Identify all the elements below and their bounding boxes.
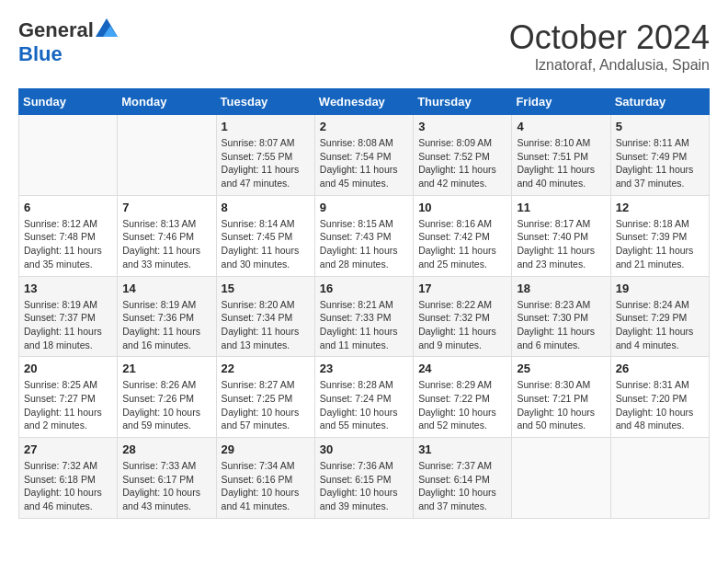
calendar-cell: 13Sunrise: 8:19 AM Sunset: 7:37 PM Dayli…: [19, 276, 118, 357]
day-info: Sunrise: 7:34 AM Sunset: 6:16 PM Dayligh…: [222, 459, 310, 513]
calendar-table: SundayMondayTuesdayWednesdayThursdayFrid…: [18, 88, 710, 519]
week-row-3: 13Sunrise: 8:19 AM Sunset: 7:37 PM Dayli…: [19, 276, 710, 357]
day-number: 8: [222, 201, 310, 214]
day-number: 22: [222, 362, 310, 375]
week-row-5: 27Sunrise: 7:32 AM Sunset: 6:18 PM Dayli…: [19, 438, 710, 519]
calendar-cell: [512, 438, 610, 519]
calendar-cell: 15Sunrise: 8:20 AM Sunset: 7:34 PM Dayli…: [216, 276, 314, 357]
day-number: 15: [222, 282, 310, 295]
day-info: Sunrise: 8:19 AM Sunset: 7:37 PM Dayligh…: [24, 298, 112, 352]
calendar-cell: 20Sunrise: 8:25 AM Sunset: 7:27 PM Dayli…: [19, 357, 118, 438]
day-number: 25: [517, 362, 605, 375]
day-info: Sunrise: 7:32 AM Sunset: 6:18 PM Dayligh…: [24, 459, 112, 513]
day-info: Sunrise: 8:18 AM Sunset: 7:39 PM Dayligh…: [616, 217, 704, 271]
day-number: 27: [24, 442, 112, 456]
day-info: Sunrise: 7:33 AM Sunset: 6:17 PM Dayligh…: [122, 459, 210, 513]
day-info: Sunrise: 8:14 AM Sunset: 7:45 PM Dayligh…: [222, 217, 310, 271]
day-info: Sunrise: 8:12 AM Sunset: 7:48 PM Dayligh…: [24, 217, 112, 271]
day-number: 28: [122, 442, 210, 456]
day-info: Sunrise: 8:31 AM Sunset: 7:20 PM Dayligh…: [616, 378, 704, 432]
calendar-cell: 3Sunrise: 8:09 AM Sunset: 7:52 PM Daylig…: [414, 115, 512, 196]
day-number: 31: [418, 442, 506, 456]
column-header-thursday: Thursday: [414, 89, 512, 115]
calendar-cell: 22Sunrise: 8:27 AM Sunset: 7:25 PM Dayli…: [216, 357, 314, 438]
day-info: Sunrise: 8:16 AM Sunset: 7:42 PM Dayligh…: [418, 217, 506, 271]
day-info: Sunrise: 8:28 AM Sunset: 7:24 PM Dayligh…: [320, 378, 408, 432]
day-number: 20: [24, 362, 112, 375]
calendar-cell: 4Sunrise: 8:10 AM Sunset: 7:51 PM Daylig…: [512, 115, 610, 196]
week-row-4: 20Sunrise: 8:25 AM Sunset: 7:27 PM Dayli…: [19, 357, 710, 438]
week-row-1: 1Sunrise: 8:07 AM Sunset: 7:55 PM Daylig…: [19, 115, 710, 196]
calendar-cell: 30Sunrise: 7:36 AM Sunset: 6:15 PM Dayli…: [314, 438, 413, 519]
day-number: 23: [320, 362, 408, 375]
day-info: Sunrise: 8:22 AM Sunset: 7:32 PM Dayligh…: [418, 298, 506, 352]
calendar-cell: 16Sunrise: 8:21 AM Sunset: 7:33 PM Dayli…: [314, 276, 413, 357]
calendar-cell: 29Sunrise: 7:34 AM Sunset: 6:16 PM Dayli…: [216, 438, 314, 519]
day-number: 29: [222, 442, 310, 456]
calendar-cell: 28Sunrise: 7:33 AM Sunset: 6:17 PM Dayli…: [118, 438, 216, 519]
day-info: Sunrise: 8:07 AM Sunset: 7:55 PM Dayligh…: [222, 136, 310, 190]
logo-general-text: General: [18, 18, 94, 42]
calendar-cell: 7Sunrise: 8:13 AM Sunset: 7:46 PM Daylig…: [118, 195, 216, 276]
calendar-cell: 24Sunrise: 8:29 AM Sunset: 7:22 PM Dayli…: [414, 357, 512, 438]
day-info: Sunrise: 8:13 AM Sunset: 7:46 PM Dayligh…: [122, 217, 210, 271]
calendar-cell: 9Sunrise: 8:15 AM Sunset: 7:43 PM Daylig…: [314, 195, 413, 276]
day-number: 1: [222, 120, 310, 133]
day-info: Sunrise: 8:26 AM Sunset: 7:26 PM Dayligh…: [122, 378, 210, 432]
column-header-saturday: Saturday: [610, 89, 709, 115]
month-title: October 2024: [509, 18, 710, 57]
location-subtitle: Iznatoraf, Andalusia, Spain: [509, 57, 710, 74]
day-number: 4: [517, 120, 605, 133]
column-headers: SundayMondayTuesdayWednesdayThursdayFrid…: [19, 89, 710, 115]
logo-blue-text: Blue: [18, 42, 63, 65]
column-header-wednesday: Wednesday: [314, 89, 413, 115]
day-number: 2: [320, 120, 408, 133]
day-info: Sunrise: 8:23 AM Sunset: 7:30 PM Dayligh…: [517, 298, 605, 352]
logo-icon: [96, 18, 118, 37]
day-number: 10: [418, 201, 506, 214]
day-info: Sunrise: 8:24 AM Sunset: 7:29 PM Dayligh…: [616, 298, 704, 352]
calendar-cell: 18Sunrise: 8:23 AM Sunset: 7:30 PM Dayli…: [512, 276, 610, 357]
calendar-cell: 8Sunrise: 8:14 AM Sunset: 7:45 PM Daylig…: [216, 195, 314, 276]
day-info: Sunrise: 8:15 AM Sunset: 7:43 PM Dayligh…: [320, 217, 408, 271]
logo: General Blue: [18, 18, 118, 66]
day-number: 12: [616, 201, 704, 214]
calendar-cell: 26Sunrise: 8:31 AM Sunset: 7:20 PM Dayli…: [610, 357, 709, 438]
calendar-cell: 21Sunrise: 8:26 AM Sunset: 7:26 PM Dayli…: [118, 357, 216, 438]
day-info: Sunrise: 8:30 AM Sunset: 7:21 PM Dayligh…: [517, 378, 605, 432]
day-info: Sunrise: 8:20 AM Sunset: 7:34 PM Dayligh…: [222, 298, 310, 352]
calendar-cell: 1Sunrise: 8:07 AM Sunset: 7:55 PM Daylig…: [216, 115, 314, 196]
day-number: 24: [418, 362, 506, 375]
calendar-cell: 2Sunrise: 8:08 AM Sunset: 7:54 PM Daylig…: [314, 115, 413, 196]
calendar-cell: 31Sunrise: 7:37 AM Sunset: 6:14 PM Dayli…: [414, 438, 512, 519]
calendar-cell: 17Sunrise: 8:22 AM Sunset: 7:32 PM Dayli…: [414, 276, 512, 357]
day-info: Sunrise: 8:09 AM Sunset: 7:52 PM Dayligh…: [418, 136, 506, 190]
day-number: 19: [616, 282, 704, 295]
day-number: 17: [418, 282, 506, 295]
calendar-cell: [610, 438, 709, 519]
day-number: 21: [122, 362, 210, 375]
calendar-cell: 14Sunrise: 8:19 AM Sunset: 7:36 PM Dayli…: [118, 276, 216, 357]
day-number: 9: [320, 201, 408, 214]
calendar-cell: 19Sunrise: 8:24 AM Sunset: 7:29 PM Dayli…: [610, 276, 709, 357]
day-info: Sunrise: 8:11 AM Sunset: 7:49 PM Dayligh…: [616, 136, 704, 190]
calendar-cell: 23Sunrise: 8:28 AM Sunset: 7:24 PM Dayli…: [314, 357, 413, 438]
calendar-cell: 12Sunrise: 8:18 AM Sunset: 7:39 PM Dayli…: [610, 195, 709, 276]
calendar-cell: [19, 115, 118, 196]
week-row-2: 6Sunrise: 8:12 AM Sunset: 7:48 PM Daylig…: [19, 195, 710, 276]
day-info: Sunrise: 8:17 AM Sunset: 7:40 PM Dayligh…: [517, 217, 605, 271]
title-block: October 2024 Iznatoraf, Andalusia, Spain: [509, 18, 710, 74]
day-info: Sunrise: 8:25 AM Sunset: 7:27 PM Dayligh…: [24, 378, 112, 432]
day-info: Sunrise: 7:37 AM Sunset: 6:14 PM Dayligh…: [418, 459, 506, 513]
day-info: Sunrise: 8:08 AM Sunset: 7:54 PM Dayligh…: [320, 136, 408, 190]
day-number: 6: [24, 201, 112, 214]
day-number: 5: [616, 120, 704, 133]
column-header-sunday: Sunday: [19, 89, 118, 115]
column-header-monday: Monday: [118, 89, 216, 115]
day-number: 7: [122, 201, 210, 214]
calendar-cell: 6Sunrise: 8:12 AM Sunset: 7:48 PM Daylig…: [19, 195, 118, 276]
calendar-cell: [118, 115, 216, 196]
day-number: 13: [24, 282, 112, 295]
calendar-cell: 11Sunrise: 8:17 AM Sunset: 7:40 PM Dayli…: [512, 195, 610, 276]
day-info: Sunrise: 8:10 AM Sunset: 7:51 PM Dayligh…: [517, 136, 605, 190]
